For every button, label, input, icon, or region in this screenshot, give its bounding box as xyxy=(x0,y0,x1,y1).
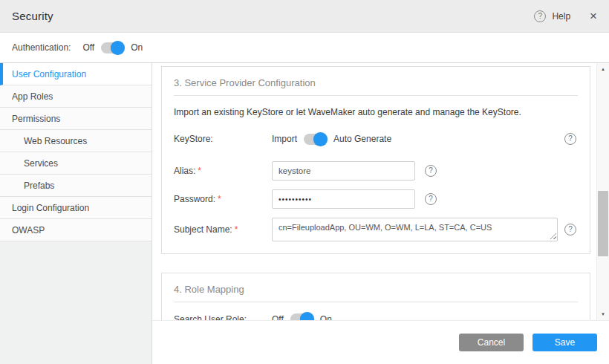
sidebar-item-services[interactable]: Services xyxy=(0,152,152,175)
subject-name-row: Subject Name:* cn=FileuploadApp, OU=WM, … xyxy=(174,218,578,241)
keystore-help-icon[interactable]: ? xyxy=(564,133,576,145)
authentication-on-label: On xyxy=(131,42,143,53)
section-title: 4. Role Mapping xyxy=(174,284,578,295)
sidebar-item-login-configuration[interactable]: Login Configuration xyxy=(0,197,152,219)
section-divider xyxy=(174,302,578,302)
scroll-up-icon[interactable]: ▲ xyxy=(597,64,609,74)
close-icon[interactable]: × xyxy=(590,10,597,22)
authentication-off-label: Off xyxy=(82,42,94,53)
password-label: Password:* xyxy=(174,194,272,204)
search-user-role-toggle[interactable] xyxy=(290,313,313,320)
sidebar-item-web-resources[interactable]: Web Resources xyxy=(0,130,152,152)
section-divider xyxy=(174,95,578,96)
keystore-import-label: Import xyxy=(272,134,297,144)
alias-label: Alias:* xyxy=(174,166,272,176)
subject-name-help-icon[interactable]: ? xyxy=(564,224,576,235)
service-provider-section: 3. Service Provider Configuration Import… xyxy=(161,66,590,254)
titlebar: Security ? Help × xyxy=(0,0,609,33)
search-user-role-label: Search User Role: xyxy=(174,314,272,321)
sidebar-item-owasp[interactable]: OWASP xyxy=(0,219,152,241)
toggle-knob xyxy=(313,132,328,146)
help-link[interactable]: Help xyxy=(552,11,570,22)
password-row: Password:* ? xyxy=(174,189,578,209)
settings-scroll-area: 3. Service Provider Configuration Import… xyxy=(152,63,596,320)
content-pane: 3. Service Provider Configuration Import… xyxy=(152,63,609,364)
save-button[interactable]: Save xyxy=(533,334,597,351)
required-marker: * xyxy=(198,166,201,176)
sidebar-item-label: OWASP xyxy=(12,225,45,235)
sidebar-item-label: Login Configuration xyxy=(12,203,89,213)
sidebar-item-label: User Configuration xyxy=(12,69,86,79)
alias-input[interactable] xyxy=(272,161,415,181)
password-input[interactable] xyxy=(272,189,415,209)
alias-help-icon[interactable]: ? xyxy=(425,165,437,177)
role-mapping-section: 4. Role Mapping Search User Role: Off On xyxy=(161,273,590,320)
cancel-button[interactable]: Cancel xyxy=(459,334,524,351)
sidebar-item-label: App Roles xyxy=(12,91,53,102)
scroll-down-icon[interactable]: ▼ xyxy=(597,309,609,319)
search-user-role-off-label: Off xyxy=(272,314,284,321)
sidebar-item-label: Services xyxy=(24,158,58,169)
password-help-icon[interactable]: ? xyxy=(425,193,437,205)
required-marker: * xyxy=(235,224,238,235)
subject-name-textarea[interactable]: cn=FileuploadApp, OU=WM, O=WM, L=LA, ST=… xyxy=(272,218,558,241)
sidebar: User Configuration App Roles Permissions… xyxy=(0,63,152,364)
alias-row: Alias:* ? xyxy=(174,161,578,181)
subject-name-label-text: Subject Name: xyxy=(174,224,232,235)
sidebar-item-label: Prefabs xyxy=(24,181,54,191)
toggle-knob xyxy=(300,312,314,320)
sidebar-item-prefabs[interactable]: Prefabs xyxy=(0,175,152,197)
password-label-text: Password: xyxy=(174,194,215,204)
sidebar-item-permissions[interactable]: Permissions xyxy=(0,108,152,130)
subject-name-field: cn=FileuploadApp, OU=WM, O=WM, L=LA, ST=… xyxy=(272,218,558,241)
vertical-scrollbar[interactable]: ▲ ▼ xyxy=(596,63,609,320)
toggle-knob xyxy=(111,41,125,55)
authentication-toggle[interactable] xyxy=(101,42,124,53)
titlebar-actions: ? Help × xyxy=(534,10,597,22)
sidebar-item-label: Permissions xyxy=(12,114,60,124)
subject-name-label: Subject Name:* xyxy=(174,224,272,235)
footer: Cancel Save xyxy=(152,320,609,364)
scrollbar-thumb[interactable] xyxy=(598,191,608,256)
authentication-bar: Authentication: Off On xyxy=(0,33,609,63)
search-user-role-on-label: On xyxy=(320,314,332,321)
dialog-body: User Configuration App Roles Permissions… xyxy=(0,63,609,364)
sidebar-item-user-configuration[interactable]: User Configuration xyxy=(0,63,152,85)
keystore-row: KeyStore: Import Auto Generate ? xyxy=(174,133,578,145)
required-marker: * xyxy=(218,194,221,204)
alias-label-text: Alias: xyxy=(174,166,195,176)
page-title: Security xyxy=(12,10,53,22)
authentication-label: Authentication: xyxy=(12,42,71,53)
section-title: 3. Service Provider Configuration xyxy=(174,77,578,88)
keystore-auto-generate-label: Auto Generate xyxy=(333,134,391,144)
keystore-label: KeyStore: xyxy=(174,134,272,144)
keystore-toggle[interactable] xyxy=(304,134,327,145)
help-icon[interactable]: ? xyxy=(534,10,546,22)
search-user-role-row: Search User Role: Off On xyxy=(174,313,578,320)
keystore-description: Import an existing KeyStore or let WaveM… xyxy=(174,107,578,117)
sidebar-item-label: Web Resources xyxy=(24,136,87,146)
security-dialog: Security ? Help × Authentication: Off On… xyxy=(0,0,609,364)
sidebar-item-app-roles[interactable]: App Roles xyxy=(0,85,152,108)
